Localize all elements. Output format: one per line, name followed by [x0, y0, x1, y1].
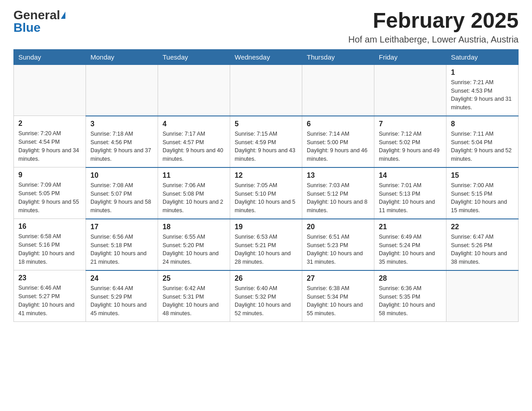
day-info: Sunrise: 7:05 AM Sunset: 5:10 PM Dayligh… [235, 181, 297, 215]
table-row: 15Sunrise: 7:00 AM Sunset: 5:15 PM Dayli… [446, 167, 519, 219]
table-row: 8Sunrise: 7:11 AM Sunset: 5:04 PM Daylig… [446, 116, 519, 167]
day-info: Sunrise: 6:51 AM Sunset: 5:23 PM Dayligh… [307, 233, 369, 266]
month-title: February 2025 [348, 9, 519, 33]
calendar-week-row: 16Sunrise: 6:58 AM Sunset: 5:16 PM Dayli… [14, 219, 519, 270]
day-number: 24 [90, 274, 153, 283]
location-subtitle: Hof am Leithaberge, Lower Austria, Austr… [348, 34, 519, 45]
day-number: 16 [18, 223, 81, 231]
calendar-table: Sunday Monday Tuesday Wednesday Thursday… [13, 49, 519, 322]
logo-blue: Blue [13, 21, 41, 34]
calendar-header-row: Sunday Monday Tuesday Wednesday Thursday… [14, 49, 519, 64]
table-row: 1Sunrise: 7:21 AM Sunset: 4:53 PM Daylig… [446, 64, 519, 116]
title-area: February 2025 Hof am Leithaberge, Lower … [348, 9, 519, 45]
day-info: Sunrise: 7:08 AM Sunset: 5:07 PM Dayligh… [90, 181, 153, 215]
day-info: Sunrise: 6:42 AM Sunset: 5:31 PM Dayligh… [163, 284, 225, 318]
table-row: 7Sunrise: 7:12 AM Sunset: 5:02 PM Daylig… [374, 116, 446, 167]
col-sunday: Sunday [14, 49, 86, 64]
col-thursday: Thursday [302, 49, 374, 64]
day-info: Sunrise: 7:21 AM Sunset: 4:53 PM Dayligh… [451, 78, 514, 112]
day-info: Sunrise: 7:11 AM Sunset: 5:04 PM Dayligh… [451, 130, 514, 163]
table-row: 23Sunrise: 6:46 AM Sunset: 5:27 PM Dayli… [14, 270, 86, 322]
day-info: Sunrise: 6:56 AM Sunset: 5:18 PM Dayligh… [90, 233, 153, 266]
calendar-week-row: 2Sunrise: 7:20 AM Sunset: 4:54 PM Daylig… [14, 116, 519, 167]
day-number: 25 [163, 274, 225, 283]
day-info: Sunrise: 6:49 AM Sunset: 5:24 PM Dayligh… [379, 233, 442, 266]
day-number: 14 [379, 171, 442, 180]
day-number: 5 [235, 120, 297, 128]
day-info: Sunrise: 6:36 AM Sunset: 5:35 PM Dayligh… [379, 284, 442, 318]
day-number: 17 [90, 223, 153, 231]
col-saturday: Saturday [446, 49, 519, 64]
table-row: 26Sunrise: 6:40 AM Sunset: 5:32 PM Dayli… [230, 270, 302, 322]
day-number: 26 [235, 274, 297, 283]
day-info: Sunrise: 7:14 AM Sunset: 5:00 PM Dayligh… [307, 130, 369, 163]
day-info: Sunrise: 6:53 AM Sunset: 5:21 PM Dayligh… [235, 233, 297, 266]
day-info: Sunrise: 7:15 AM Sunset: 4:59 PM Dayligh… [235, 130, 297, 163]
table-row: 24Sunrise: 6:44 AM Sunset: 5:29 PM Dayli… [86, 270, 158, 322]
day-number: 3 [90, 120, 153, 128]
table-row: 12Sunrise: 7:05 AM Sunset: 5:10 PM Dayli… [230, 167, 302, 219]
table-row [14, 64, 86, 116]
table-row: 6Sunrise: 7:14 AM Sunset: 5:00 PM Daylig… [302, 116, 374, 167]
table-row: 3Sunrise: 7:18 AM Sunset: 4:56 PM Daylig… [86, 116, 158, 167]
day-info: Sunrise: 6:44 AM Sunset: 5:29 PM Dayligh… [90, 284, 153, 318]
day-number: 2 [18, 120, 81, 128]
day-info: Sunrise: 6:55 AM Sunset: 5:20 PM Dayligh… [163, 233, 225, 266]
day-number: 15 [451, 171, 514, 180]
day-info: Sunrise: 6:46 AM Sunset: 5:27 PM Dayligh… [18, 284, 81, 317]
table-row: 13Sunrise: 7:03 AM Sunset: 5:12 PM Dayli… [302, 167, 374, 219]
day-number: 12 [235, 171, 297, 180]
table-row: 27Sunrise: 6:38 AM Sunset: 5:34 PM Dayli… [302, 270, 374, 322]
day-number: 1 [451, 68, 514, 77]
day-info: Sunrise: 7:01 AM Sunset: 5:13 PM Dayligh… [379, 181, 442, 215]
table-row: 17Sunrise: 6:56 AM Sunset: 5:18 PM Dayli… [86, 219, 158, 270]
logo-triangle-icon [61, 12, 65, 19]
table-row [374, 64, 446, 116]
col-monday: Monday [86, 49, 158, 64]
calendar-week-row: 9Sunrise: 7:09 AM Sunset: 5:05 PM Daylig… [14, 167, 519, 219]
day-info: Sunrise: 7:09 AM Sunset: 5:05 PM Dayligh… [18, 181, 81, 214]
day-info: Sunrise: 6:40 AM Sunset: 5:32 PM Dayligh… [235, 284, 297, 318]
table-row: 21Sunrise: 6:49 AM Sunset: 5:24 PM Dayli… [374, 219, 446, 270]
day-number: 20 [307, 223, 369, 231]
day-info: Sunrise: 6:58 AM Sunset: 5:16 PM Dayligh… [18, 232, 81, 266]
table-row: 2Sunrise: 7:20 AM Sunset: 4:54 PM Daylig… [14, 116, 86, 167]
day-number: 4 [163, 120, 225, 128]
table-row [158, 64, 230, 116]
day-number: 27 [307, 274, 369, 283]
col-tuesday: Tuesday [158, 49, 230, 64]
day-info: Sunrise: 7:00 AM Sunset: 5:15 PM Dayligh… [451, 181, 514, 215]
day-number: 21 [379, 223, 442, 231]
day-info: Sunrise: 7:12 AM Sunset: 5:02 PM Dayligh… [379, 130, 442, 163]
day-number: 23 [18, 274, 81, 282]
table-row: 16Sunrise: 6:58 AM Sunset: 5:16 PM Dayli… [14, 219, 86, 270]
day-info: Sunrise: 6:47 AM Sunset: 5:26 PM Dayligh… [451, 233, 514, 266]
day-info: Sunrise: 6:38 AM Sunset: 5:34 PM Dayligh… [307, 284, 369, 318]
table-row: 18Sunrise: 6:55 AM Sunset: 5:20 PM Dayli… [158, 219, 230, 270]
table-row: 9Sunrise: 7:09 AM Sunset: 5:05 PM Daylig… [14, 167, 86, 219]
day-info: Sunrise: 7:18 AM Sunset: 4:56 PM Dayligh… [90, 130, 153, 163]
table-row [446, 270, 519, 322]
day-number: 9 [18, 171, 81, 179]
day-info: Sunrise: 7:03 AM Sunset: 5:12 PM Dayligh… [307, 181, 369, 215]
day-number: 7 [379, 120, 442, 128]
col-friday: Friday [374, 49, 446, 64]
day-number: 8 [451, 120, 514, 128]
calendar-week-row: 23Sunrise: 6:46 AM Sunset: 5:27 PM Dayli… [14, 270, 519, 322]
header: General Blue February 2025 Hof am Leitha… [13, 9, 519, 45]
day-number: 19 [235, 223, 297, 231]
table-row: 25Sunrise: 6:42 AM Sunset: 5:31 PM Dayli… [158, 270, 230, 322]
table-row [302, 64, 374, 116]
day-number: 6 [307, 120, 369, 128]
day-number: 11 [163, 171, 225, 180]
table-row: 5Sunrise: 7:15 AM Sunset: 4:59 PM Daylig… [230, 116, 302, 167]
day-number: 13 [307, 171, 369, 180]
table-row: 14Sunrise: 7:01 AM Sunset: 5:13 PM Dayli… [374, 167, 446, 219]
table-row [230, 64, 302, 116]
table-row [86, 64, 158, 116]
day-number: 10 [90, 171, 153, 180]
day-number: 18 [163, 223, 225, 231]
col-wednesday: Wednesday [230, 49, 302, 64]
table-row: 28Sunrise: 6:36 AM Sunset: 5:35 PM Dayli… [374, 270, 446, 322]
day-info: Sunrise: 7:06 AM Sunset: 5:08 PM Dayligh… [163, 181, 225, 215]
